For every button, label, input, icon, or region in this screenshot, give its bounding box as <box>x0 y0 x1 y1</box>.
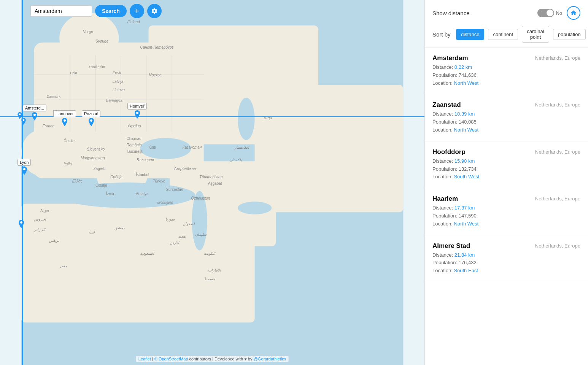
city-item[interactable]: Amsterdam Distance: 0.22 km Population: … <box>425 48 588 94</box>
city-detail: Distance: 10.39 km Population: 140,085 L… <box>432 110 478 134</box>
svg-text:Oslo: Oslo <box>70 71 77 75</box>
svg-text:Азербайжан: Азербайжан <box>174 167 196 171</box>
svg-text:تربلس: تربلس <box>49 238 60 243</box>
svg-text:Київ: Київ <box>149 145 156 149</box>
sort-button-population[interactable]: population <box>553 29 586 40</box>
sort-label: Sort by <box>432 31 452 38</box>
toggle-container[interactable]: No <box>537 9 562 17</box>
city-name: Hoofddorp <box>432 148 479 156</box>
gear-icon <box>151 8 158 14</box>
toggle-track[interactable] <box>537 9 554 17</box>
svg-text:სომხეთი: სომხეთი <box>157 200 173 205</box>
svg-text:Stockholm: Stockholm <box>89 65 105 69</box>
svg-text:Ελλάς: Ελλάς <box>72 179 83 183</box>
map-container[interactable]: Norge Finland Sverige Oslo Stockholm Dan… <box>0 0 424 365</box>
city-item[interactable]: Zaanstad Distance: 10.39 km Population: … <box>425 94 588 141</box>
city-detail: Distance: 21.84 km Population: 176,432 L… <box>432 251 478 275</box>
pin-icon <box>134 110 140 119</box>
search-input[interactable] <box>35 8 88 14</box>
pin-icon <box>88 118 94 126</box>
osm-link[interactable]: © OpenStreetMap <box>154 357 188 361</box>
sort-button-distance[interactable]: distance <box>456 29 484 40</box>
map-pin-label: Amsterd... <box>23 105 46 111</box>
svg-text:Москва: Москва <box>149 73 162 77</box>
svg-text:France: France <box>42 124 54 128</box>
svg-text:Sverige: Sverige <box>95 39 108 43</box>
svg-text:Скопje: Скопje <box>95 183 107 187</box>
svg-text:الامارات: الامارات <box>208 268 221 273</box>
map-pin-africa[interactable] <box>18 220 24 228</box>
city-left: Haarlem Distance: 17.37 km Population: 1… <box>432 195 478 228</box>
svg-text:اخروس: اخروس <box>34 217 46 222</box>
svg-point-83 <box>23 119 25 121</box>
attribution-contributors: contributors | Developed with ♥ by <box>189 357 254 361</box>
leaflet-link[interactable]: Leaflet <box>138 357 151 361</box>
city-country: Netherlands, Europe <box>535 195 580 202</box>
svg-text:Česko: Česko <box>64 138 75 143</box>
city-name: Almere Stad <box>432 242 478 250</box>
city-name: Zaanstad <box>432 101 478 109</box>
controls-header: Show distance No Sort by distance co <box>425 0 588 48</box>
city-left: Hoofddorp Distance: 15.90 km Population:… <box>432 148 479 181</box>
home-button[interactable] <box>567 6 580 20</box>
sort-row: Sort by distance continent cardinal poin… <box>432 26 580 43</box>
svg-text:الكويت: الكويت <box>204 251 216 256</box>
map-pin-label: Lyon <box>17 159 31 166</box>
author-link[interactable]: @Gerardathletics <box>254 357 286 361</box>
svg-text:افغانستان: افغانستان <box>234 145 250 149</box>
svg-text:Türkiye: Türkiye <box>153 179 165 183</box>
map-pin-amsterdam[interactable]: Amsterd... <box>23 105 46 121</box>
svg-point-82 <box>19 113 21 115</box>
svg-text:السعودية: السعودية <box>140 251 154 256</box>
svg-point-85 <box>90 119 92 122</box>
svg-point-84 <box>64 119 66 122</box>
svg-rect-6 <box>21 204 255 323</box>
svg-text:Zagreb: Zagreb <box>93 167 105 171</box>
home-icon <box>570 10 577 16</box>
sort-button-cardinal-point[interactable]: cardinal point <box>522 26 549 43</box>
pin-icon <box>62 118 68 126</box>
add-button[interactable]: + <box>130 4 144 18</box>
svg-point-3 <box>35 66 54 95</box>
map-background: Norge Finland Sverige Oslo Stockholm Dan… <box>0 0 424 365</box>
svg-text:İzmir: İzmir <box>106 191 114 196</box>
city-item[interactable]: Hoofddorp Distance: 15.90 km Population:… <box>425 141 588 188</box>
city-country: Netherlands, Europe <box>535 148 580 155</box>
map-pin-homyel[interactable]: Homyel' <box>127 103 147 119</box>
map-attribution: Leaflet | © OpenStreetMap contributors |… <box>136 356 289 362</box>
city-list: Amsterdam Distance: 0.22 km Population: … <box>425 48 588 365</box>
settings-button[interactable] <box>147 4 162 18</box>
svg-text:Україна: Україна <box>127 124 141 128</box>
city-country: Netherlands, Europe <box>535 242 580 249</box>
map-pin-label: Hannover <box>53 110 76 117</box>
city-left: Zaanstad Distance: 10.39 km Population: … <box>432 101 478 134</box>
city-item[interactable]: Haarlem Distance: 17.37 km Population: 1… <box>425 188 588 235</box>
pin-icon <box>18 220 24 228</box>
svg-text:سليمان: سليمان <box>195 232 207 236</box>
svg-text:România: România <box>127 143 142 147</box>
search-button[interactable]: Search <box>95 5 127 17</box>
svg-text:Aşgabat: Aşgabat <box>208 181 222 186</box>
map-pin-lyon[interactable]: Lyon <box>17 159 31 175</box>
pin-icon <box>21 118 26 125</box>
svg-text:Gürcüstan: Gürcüstan <box>165 187 183 192</box>
map-pin-amsterdam3[interactable] <box>21 118 26 125</box>
svg-text:Slovensko: Slovensko <box>87 147 105 151</box>
svg-text:Norge: Norge <box>83 30 94 34</box>
right-panel: Show distance No Sort by distance co <box>424 0 588 365</box>
map-pin-poznan[interactable]: Poznań <box>82 110 100 126</box>
svg-text:Antalya: Antalya <box>136 192 149 196</box>
city-country: Netherlands, Europe <box>535 101 580 108</box>
search-input-wrapper <box>30 5 92 17</box>
map-pin-hannover[interactable]: Hannover <box>53 110 76 126</box>
svg-text:București: București <box>127 149 143 154</box>
sort-button-continent[interactable]: continent <box>488 29 518 40</box>
show-distance-label: Show distance <box>432 10 470 16</box>
svg-text:اصفهان: اصفهان <box>183 222 195 226</box>
svg-text:مصر: مصر <box>59 264 67 268</box>
city-item[interactable]: Almere Stad Distance: 21.84 km Populatio… <box>425 235 588 282</box>
svg-point-12 <box>238 98 255 140</box>
svg-text:Alger: Alger <box>40 209 49 213</box>
pin-icon <box>21 167 27 175</box>
svg-text:Беларусь: Беларусь <box>106 98 123 103</box>
